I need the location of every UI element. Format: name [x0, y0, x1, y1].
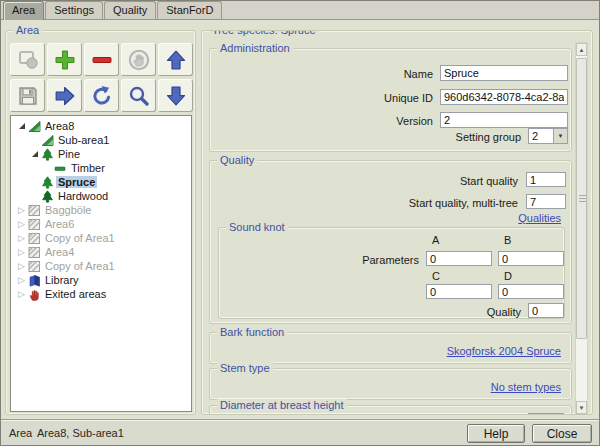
move-up-icon	[164, 48, 188, 72]
remove-icon	[90, 48, 114, 72]
name-input[interactable]	[440, 65, 568, 81]
move-up-button[interactable]	[158, 43, 193, 76]
help-button[interactable]: Help	[467, 424, 525, 443]
column-a-header: A	[432, 234, 439, 246]
scrollbar-grip	[579, 195, 586, 202]
stem-type-link[interactable]: No stem types	[491, 381, 561, 393]
unique-id-label: Unique ID	[250, 92, 433, 104]
expander-closed-icon[interactable]: ▷	[15, 206, 28, 215]
scroll-up-icon[interactable]: ▲	[576, 43, 587, 56]
scrollbar-thumb[interactable]	[576, 58, 587, 339]
tree-item-label: Timber	[69, 162, 107, 174]
tree-item[interactable]: ▷Area4	[11, 245, 191, 259]
tree-item[interactable]: Pine	[11, 147, 191, 161]
fir-icon	[41, 148, 56, 161]
status-bar: Area Area8, Sub-area1 Help Close	[1, 419, 599, 445]
tree-item-label: Sub-area1	[56, 134, 111, 146]
undo-icon	[90, 84, 114, 108]
scroll-down-icon[interactable]: ▼	[576, 401, 587, 414]
tree-item-label: Copy of Area1	[43, 232, 117, 244]
fir-dark-icon	[41, 190, 56, 203]
version-input[interactable]	[440, 112, 568, 128]
tree-item[interactable]: Timber	[11, 161, 191, 175]
tab-area[interactable]: Area	[3, 1, 44, 20]
save-button[interactable]	[10, 79, 45, 112]
parameter-a-input[interactable]	[426, 251, 492, 266]
tree-item[interactable]: Area8	[11, 119, 191, 133]
bark-function-link[interactable]: Skogforsk 2004 Spruce	[447, 345, 561, 357]
add-icon	[53, 48, 77, 72]
tree-item-label: Exited areas	[43, 288, 108, 300]
hatched-icon	[28, 246, 43, 259]
move-down-button[interactable]	[158, 79, 193, 112]
tree-item[interactable]: ▷Exited areas	[11, 287, 191, 301]
hand-red-icon	[28, 288, 43, 301]
vertical-scrollbar[interactable]: ▲ ▼	[575, 42, 588, 415]
tree-item-label: Pine	[56, 148, 82, 160]
close-button[interactable]: Close	[532, 424, 592, 443]
expander-closed-icon[interactable]: ▷	[15, 290, 28, 299]
version-label: Version	[250, 115, 433, 127]
qualities-link[interactable]: Qualities	[518, 212, 561, 224]
zoom-tool-button[interactable]	[121, 79, 156, 112]
start-quality-input[interactable]	[526, 172, 566, 187]
dbh-group-label: Diameter at breast height	[217, 399, 347, 411]
status-path-label: Area8, Sub-area1	[37, 427, 124, 439]
timber-icon	[54, 162, 69, 175]
column-c-header: C	[432, 270, 440, 282]
wedge-icon	[41, 134, 56, 147]
dbh-group: Diameter at breast height	[209, 405, 572, 415]
forward-icon	[53, 84, 77, 108]
expander-closed-icon[interactable]: ▷	[15, 248, 28, 257]
pan-hand-button[interactable]	[121, 43, 156, 76]
tab-settings[interactable]: Settings	[45, 1, 103, 19]
tree-item[interactable]: ▷Area6	[11, 217, 191, 231]
tree-item[interactable]: ▷Library	[11, 273, 191, 287]
tree-item-label: Hardwood	[56, 190, 110, 202]
parameter-d-input[interactable]	[498, 284, 564, 299]
unique-id-input[interactable]	[440, 89, 568, 105]
expander-open-icon[interactable]	[15, 123, 28, 129]
tree-item[interactable]: ▷Copy of Area1	[11, 259, 191, 273]
expander-closed-icon[interactable]: ▷	[15, 262, 28, 271]
tree-item[interactable]: ▷Copy of Area1	[11, 231, 191, 245]
move-down-icon	[164, 84, 188, 108]
bark-function-group: Bark function Skogforsk 2004 Spruce	[209, 332, 572, 364]
parameter-b-input[interactable]	[498, 251, 564, 266]
setting-group-value: 2	[529, 130, 553, 142]
administration-group: Administration Name Unique ID Version Se…	[209, 48, 572, 152]
parameter-c-input[interactable]	[426, 284, 492, 299]
expander-closed-icon[interactable]: ▷	[15, 234, 28, 243]
forward-button[interactable]	[47, 79, 82, 112]
tree-item-label: Area6	[43, 218, 76, 230]
tree-item[interactable]: Sub-area1	[11, 133, 191, 147]
area-panel-label: Area	[13, 24, 42, 36]
parameters-label: Parameters	[239, 254, 419, 266]
expander-closed-icon[interactable]: ▷	[15, 276, 28, 285]
expander-open-icon[interactable]	[28, 151, 41, 157]
sound-knot-group: Sound knot A B Parameters C D Quality	[218, 227, 565, 319]
undo-button[interactable]	[84, 79, 119, 112]
quality-group-label: Quality	[217, 154, 257, 166]
save-icon	[16, 84, 40, 108]
tree-item[interactable]: Spruce	[11, 175, 191, 189]
chevron-down-icon[interactable]: ▼	[553, 129, 567, 143]
tab-stanford[interactable]: StanForD	[157, 1, 222, 19]
tree-item-label: Area8	[43, 120, 76, 132]
start-quality-multi-input[interactable]	[526, 194, 566, 209]
dbh-input[interactable]	[528, 413, 564, 415]
fir-icon	[41, 176, 56, 189]
column-d-header: D	[504, 270, 512, 282]
sound-knot-quality-input[interactable]	[528, 303, 564, 318]
tab-quality[interactable]: Quality	[104, 1, 156, 19]
status-context-label: Area	[9, 427, 32, 439]
setting-group-select[interactable]: 2 ▼	[528, 128, 568, 144]
new-area-button[interactable]	[10, 43, 45, 76]
remove-button[interactable]	[84, 43, 119, 76]
species-panel-label: Tree species: Spruce	[209, 30, 319, 36]
tree-item-label: Baggböle	[43, 204, 94, 216]
add-button[interactable]	[47, 43, 82, 76]
tree-item[interactable]: Hardwood	[11, 189, 191, 203]
tree-item[interactable]: ▷Baggböle	[11, 203, 191, 217]
expander-closed-icon[interactable]: ▷	[15, 220, 28, 229]
